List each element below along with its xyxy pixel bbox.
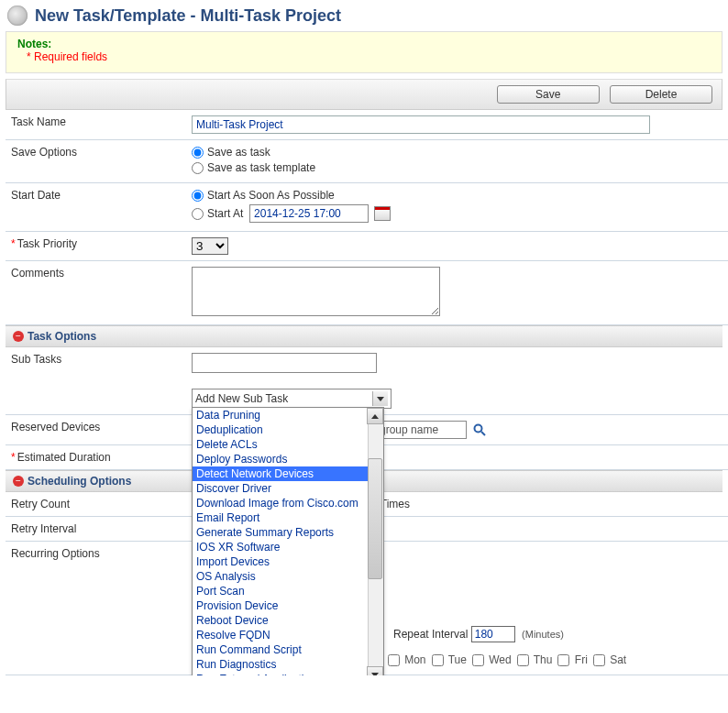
start-at-radio[interactable] [192, 208, 204, 220]
subtask-option[interactable]: Run External Application [193, 672, 383, 675]
weekday-checkboxes: Sun Mon Tue Wed Thu Fri Sat [346, 653, 632, 666]
subtask-option[interactable]: Detect Network Devices [193, 466, 383, 481]
repeat-interval-input[interactable] [471, 626, 515, 642]
collapse-icon[interactable]: − [13, 331, 24, 342]
subtask-option[interactable]: Run Diagnostics [193, 657, 383, 672]
page-header: New Task/Template - Multi-Task Project [0, 0, 728, 31]
collapse-icon[interactable]: − [13, 476, 24, 487]
task-name-label: Task Name [6, 110, 186, 140]
search-icon[interactable] [472, 422, 487, 437]
notes-title: Notes: [17, 38, 711, 50]
gear-icon [7, 5, 28, 26]
subtasks-label: Sub Tasks [6, 347, 186, 415]
subtask-option[interactable]: Resolve FQDN [193, 628, 383, 642]
main-form: Task Name Save Options Save as task Save… [6, 110, 728, 325]
add-subtask-dropdown[interactable]: Add New Sub Task [192, 389, 392, 409]
subtask-option[interactable]: Delete ACLs [193, 437, 383, 452]
svg-line-1 [481, 432, 485, 435]
weekday-checkbox[interactable]: Mon [388, 653, 426, 666]
reserved-devices-label: Reserved Devices [6, 415, 186, 445]
save-as-template-radio[interactable] [192, 162, 204, 174]
subtask-dropdown-menu[interactable]: Data PruningDeduplicationDelete ACLsDepl… [192, 407, 384, 675]
task-options-header[interactable]: − Task Options [6, 325, 722, 347]
subtask-option[interactable]: OS Analysis [193, 569, 383, 584]
scrollbar-track[interactable] [368, 408, 383, 675]
subtasks-listbox[interactable] [192, 353, 377, 373]
comments-textarea[interactable] [192, 267, 440, 316]
subtask-option[interactable]: Reboot Device [193, 613, 383, 628]
task-priority-select[interactable]: 3 [192, 237, 228, 255]
action-bar: Save Delete [6, 79, 722, 110]
notes-panel: Notes: * Required fields [6, 31, 722, 73]
task-priority-label: *Task Priority [6, 232, 186, 261]
subtask-option[interactable]: Email Report [193, 510, 383, 525]
calendar-icon[interactable] [374, 206, 391, 221]
save-as-task-radio[interactable] [192, 147, 204, 159]
delete-button[interactable]: Delete [610, 85, 712, 104]
subtask-option[interactable]: Run Command Script [193, 642, 383, 657]
recurring-options-label: Recurring Options [6, 542, 186, 675]
subtask-option[interactable]: Deploy Passwords [193, 452, 383, 466]
scroll-up-icon[interactable] [367, 408, 383, 424]
subtask-option[interactable]: Deduplication [193, 422, 383, 437]
weekday-checkbox[interactable]: Sat [593, 653, 626, 666]
task-name-input[interactable] [192, 115, 650, 134]
estimated-duration-label: *Estimated Duration [6, 445, 186, 470]
subtask-option[interactable]: IOS XR Software [193, 540, 383, 554]
page-title: New Task/Template - Multi-Task Project [35, 6, 341, 26]
save-options-label: Save Options [6, 140, 186, 183]
required-fields-note: * Required fields [27, 50, 711, 63]
subtask-option[interactable]: Generate Summary Reports [193, 525, 383, 540]
retry-interval-label: Retry Interval [6, 517, 186, 542]
subtask-option[interactable]: Provision Device [193, 598, 383, 613]
weekday-checkbox[interactable]: Tue [432, 653, 467, 666]
scroll-down-icon[interactable] [367, 666, 383, 675]
comments-label: Comments [6, 261, 186, 325]
start-asap-radio[interactable] [192, 190, 204, 202]
subtask-option[interactable]: Data Pruning [193, 408, 383, 422]
task-options-form: Sub Tasks Add New Sub Task Data PruningD… [6, 347, 728, 470]
weekday-checkbox[interactable]: Wed [472, 653, 512, 666]
subtask-option[interactable]: Port Scan [193, 584, 383, 598]
retry-count-label: Retry Count [6, 492, 186, 517]
weekday-checkbox[interactable]: Thu [517, 653, 553, 666]
svg-point-0 [475, 425, 482, 433]
start-date-label: Start Date [6, 183, 186, 232]
scrollbar-thumb[interactable] [368, 458, 382, 579]
chevron-down-icon[interactable] [372, 391, 388, 406]
weekday-checkbox[interactable]: Fri [557, 653, 587, 666]
start-at-input[interactable] [249, 204, 369, 223]
subtask-option[interactable]: Download Image from Cisco.com [193, 496, 383, 510]
subtask-option[interactable]: Import Devices [193, 554, 383, 569]
subtask-option[interactable]: Discover Driver [193, 481, 383, 496]
save-button[interactable]: Save [497, 85, 600, 104]
